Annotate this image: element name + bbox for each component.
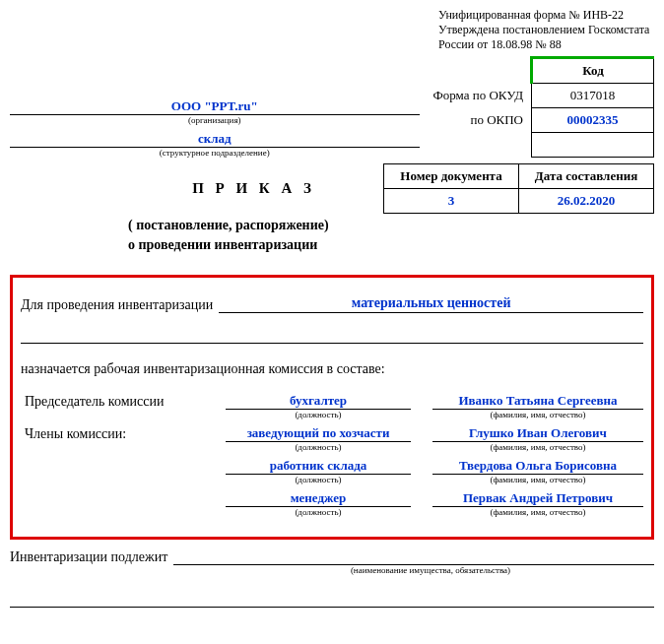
organization-name: ООО "PPT.ru" <box>10 98 420 115</box>
member-position: заведующий по хозчасти <box>226 425 411 442</box>
document-number-table: Номер документа Дата составления 3 26.02… <box>383 163 654 214</box>
docdate-value: 26.02.2020 <box>519 189 654 214</box>
okud-label: Форма по ОКУД <box>428 84 532 108</box>
okpo-value: 00002335 <box>532 108 654 133</box>
commission-table: Председатель комиссии бухгалтер Иванко Т… <box>21 393 643 523</box>
form-approval-note: Унифицированная форма № ИНВ-22 Утвержден… <box>438 8 654 52</box>
name-caption: (фамилия, имя, отчество) <box>432 507 643 524</box>
okud-value: 0317018 <box>532 84 654 108</box>
member-position: работник склада <box>226 458 411 475</box>
docnum-value: 3 <box>384 189 519 214</box>
inventory-value: материальных ценностей <box>219 295 643 313</box>
okpo-label: по ОКПО <box>428 108 532 133</box>
code-header: Код <box>532 58 654 84</box>
member-name: Твердова Ольга Борисовна <box>432 458 643 475</box>
member-position: менеджер <box>226 490 411 507</box>
chair-position: бухгалтер <box>226 393 411 410</box>
appoint-text: назначается рабочая инвентаризационная к… <box>21 361 643 377</box>
name-caption: (фамилия, имя, отчество) <box>432 475 643 491</box>
inventory-purpose-line: Для проведения инвентаризации материальн… <box>21 295 643 313</box>
note-line: Унифицированная форма № ИНВ-22 <box>438 8 654 23</box>
inventory-subject-value <box>173 547 654 565</box>
subdivision-name: склад <box>10 131 420 148</box>
inventory-subject-line: Инвентаризации подлежит <box>10 547 654 565</box>
order-title: П Р И К А З <box>10 180 333 197</box>
member-name: Первак Андрей Петрович <box>432 490 643 507</box>
members-label: Члены комиссии: <box>21 425 226 442</box>
organization-caption: (организация) <box>10 115 420 125</box>
chair-name: Иванко Татьяна Сергеевна <box>432 393 643 410</box>
blank-line <box>10 589 654 608</box>
position-caption: (должность) <box>226 507 411 524</box>
note-line: Утверждена постановлением Госкомстата <box>438 23 654 37</box>
position-caption: (должность) <box>226 410 411 426</box>
blank-line <box>21 325 643 344</box>
position-caption: (должность) <box>226 442 411 459</box>
order-subtitle-1: ( постановление, распоряжение) <box>128 218 654 233</box>
docnum-header: Номер документа <box>384 164 519 189</box>
commission-highlight-box: Для проведения инвентаризации материальн… <box>10 275 654 540</box>
codes-table: Код Форма по ОКУД 0317018 по ОКПО 000023… <box>428 56 655 158</box>
note-line: России от 18.08.98 № 88 <box>438 37 654 52</box>
docdate-header: Дата составления <box>519 164 654 189</box>
position-caption: (должность) <box>226 475 411 491</box>
code-empty-cell <box>532 133 654 158</box>
subject-caption: (наименование имущества, обязательства) <box>207 565 654 575</box>
subdivision-caption: (структурное подразделение) <box>10 148 420 158</box>
order-subtitle-2: о проведении инвентаризации <box>128 237 654 253</box>
member-name: Глушко Иван Олегович <box>432 425 643 442</box>
name-caption: (фамилия, имя, отчество) <box>432 442 643 459</box>
chair-label: Председатель комиссии <box>21 393 226 410</box>
name-caption: (фамилия, имя, отчество) <box>432 410 643 426</box>
